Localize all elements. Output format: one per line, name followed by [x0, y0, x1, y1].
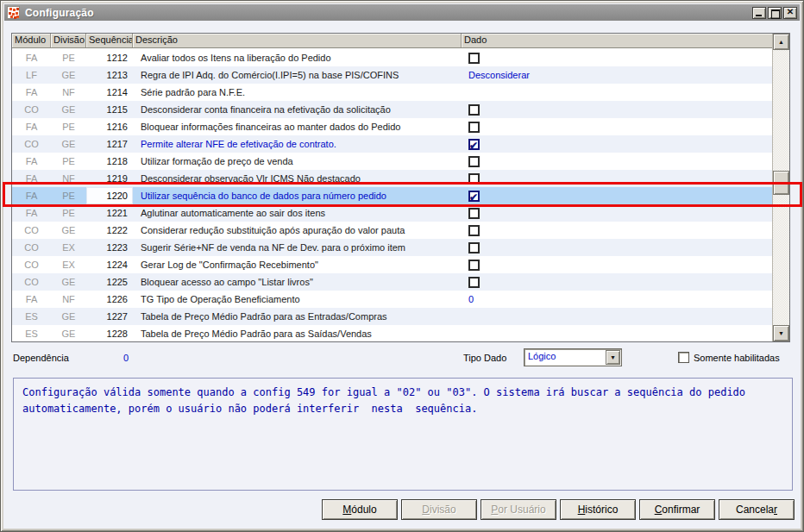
cell-descricao: Avaliar todos os Itens na liberação do P…	[133, 49, 464, 66]
cell-dado	[464, 135, 772, 153]
cell-descricao: Utilizar sequência do banco de dados par…	[133, 187, 464, 204]
dado-checkbox-unchecked[interactable]	[468, 53, 480, 64]
dado-checkbox-unchecked[interactable]	[468, 173, 480, 185]
cell-divisao: GE	[51, 308, 86, 325]
dependencia-value: 0	[123, 353, 129, 363]
cell-sequencia: 1215	[86, 101, 133, 118]
maximize-icon[interactable]	[768, 7, 782, 19]
dado-checkbox-unchecked[interactable]	[468, 104, 480, 116]
table-row[interactable]: COGE1215Desconsiderar conta financeira n…	[12, 101, 772, 118]
table-row[interactable]: COGE1225Bloquear acesso ao campo "Listar…	[12, 273, 772, 291]
cell-divisao: PE	[51, 118, 86, 135]
cell-descricao: Tabela de Preço Médio Padrão para as Saí…	[133, 325, 464, 341]
column-header-descricao[interactable]: Descrição	[133, 34, 462, 47]
cell-modulo: CO	[12, 222, 51, 239]
cell-modulo: CO	[12, 135, 51, 153]
cell-divisao: GE	[51, 66, 86, 84]
dado-value[interactable]: Desconsiderar	[468, 66, 530, 84]
table-row[interactable]: FANF1214Série padrão para N.F.E.	[12, 84, 772, 101]
column-header-dado[interactable]: Dado	[462, 34, 772, 47]
table-row[interactable]: COGE1222Considerar redução substituição …	[12, 222, 772, 239]
vertical-scrollbar[interactable]: ▲ ▼	[772, 34, 789, 341]
cell-modulo: ES	[12, 308, 51, 325]
cell-descricao: Bloquear acesso ao campo "Listar livros"	[133, 273, 464, 291]
table-row[interactable]: FAPE1216Bloquear informações financeiras…	[12, 118, 772, 135]
dado-checkbox-unchecked[interactable]	[468, 277, 480, 288]
tipo-dado-select[interactable]: Lógico ▼	[524, 348, 622, 366]
dado-checkbox-checked[interactable]	[468, 139, 480, 150]
scroll-thumb[interactable]	[773, 171, 789, 195]
confirmar-button[interactable]: Confirmar	[639, 499, 715, 520]
minimize-icon[interactable]	[752, 7, 766, 19]
cell-divisao: PE	[51, 49, 86, 66]
cell-modulo: FA	[12, 204, 51, 222]
cell-divisao: NF	[51, 291, 86, 308]
cell-descricao: Bloquear informações financeiras ao mant…	[133, 118, 464, 135]
table-row[interactable]: FANF1219Desconsiderar observação Vlr ICM…	[12, 170, 772, 187]
dado-checkbox-unchecked[interactable]	[468, 122, 480, 133]
table-row[interactable]: FAPE1212Avaliar todos os Itens na libera…	[12, 49, 772, 66]
sequencia-edit-field[interactable]: 1220	[86, 187, 133, 204]
cell-sequencia: 1228	[86, 325, 133, 341]
dado-checkbox-unchecked[interactable]	[468, 156, 480, 167]
cell-dado	[464, 153, 772, 170]
table-row[interactable]: FAPE1220Utilizar sequência do banco de d…	[12, 187, 772, 204]
cell-descricao: Considerar redução substituição após apu…	[133, 222, 464, 239]
cell-modulo: CO	[12, 101, 51, 118]
cell-modulo: LF	[12, 66, 51, 84]
cell-descricao: Série padrão para N.F.E.	[133, 84, 464, 101]
cell-descricao: Gerar Log de "Confirmação Recebimento"	[133, 256, 464, 273]
close-icon[interactable]	[783, 7, 797, 19]
table-row[interactable]: ESGE1227Tabela de Preço Médio Padrão par…	[12, 308, 772, 325]
cell-descricao: Desconsiderar observação Vlr ICMS Não de…	[133, 170, 464, 187]
table-row[interactable]: ESGE1228Tabela de Preço Médio Padrão par…	[12, 325, 772, 341]
historico-button[interactable]: Histórico	[560, 499, 636, 520]
cell-modulo: CO	[12, 239, 51, 256]
window-title: Configuração	[25, 7, 94, 19]
dado-checkbox-unchecked[interactable]	[468, 242, 480, 253]
column-header-modulo[interactable]: Módulo	[12, 34, 51, 47]
table-row[interactable]: COEX1223Sugerir Série+NF de venda na NF …	[12, 239, 772, 256]
cell-divisao: PE	[51, 153, 86, 170]
cell-sequencia: 1220	[86, 187, 133, 204]
cell-modulo: ES	[12, 325, 51, 341]
column-header-sequencia[interactable]: Sequência	[86, 34, 133, 47]
cell-divisao: GE	[51, 101, 86, 118]
table-row[interactable]: COGE1217Permite alterar NFE de efetivaçã…	[12, 135, 772, 153]
dependencia-label: Dependência	[13, 353, 69, 363]
title-bar[interactable]: Configuração	[4, 4, 800, 21]
somente-habilitadas-checkbox[interactable]	[678, 352, 689, 363]
cancelar-button[interactable]: Cancelar	[719, 499, 795, 520]
dado-checkbox-unchecked[interactable]	[468, 208, 480, 219]
chevron-down-icon[interactable]: ▼	[606, 350, 620, 365]
table-row[interactable]: COEX1224Gerar Log de "Confirmação Recebi…	[12, 256, 772, 273]
config-description-memo: Configuração válida somente quando a con…	[13, 378, 793, 491]
dado-value[interactable]: 0	[468, 291, 474, 308]
scroll-up-icon[interactable]: ▲	[773, 34, 789, 50]
column-header-divisao[interactable]: Divisão	[51, 34, 86, 47]
cell-sequencia: 1219	[86, 170, 133, 187]
modulo-button[interactable]: Módulo	[322, 499, 398, 520]
dado-checkbox-unchecked[interactable]	[468, 225, 480, 236]
cell-descricao: Tabela de Preço Médio Padrão para as Ent…	[133, 308, 464, 325]
cell-dado	[464, 256, 772, 273]
cell-dado	[464, 222, 772, 239]
dado-checkbox-unchecked[interactable]	[468, 260, 480, 271]
cell-sequencia: 1222	[86, 222, 133, 239]
por-usuario-button[interactable]: Por Usuário	[481, 499, 556, 520]
cell-modulo: FA	[12, 49, 51, 66]
table-row[interactable]: FAPE1218Utilizar formação de preço de ve…	[12, 153, 772, 170]
grid-header-row: Módulo Divisão Sequência Descrição Dado	[12, 34, 772, 48]
dado-checkbox-checked[interactable]	[468, 191, 480, 202]
table-row[interactable]: FAPE1221Aglutinar automaticamente ao sai…	[12, 204, 772, 222]
cell-modulo: FA	[12, 187, 51, 204]
cell-divisao: PE	[51, 187, 86, 204]
table-row[interactable]: FANF1226TG Tipo de Operação Beneficiamen…	[12, 291, 772, 308]
divisao-button[interactable]: Divisão	[401, 499, 477, 520]
cell-sequencia: 1227	[86, 308, 133, 325]
app-icon	[7, 6, 20, 19]
table-row[interactable]: LFGE1213Regra de IPI Adq. do Comércio(I.…	[12, 66, 772, 84]
cell-modulo: FA	[12, 170, 51, 187]
somente-habilitadas-label: Somente habilitadas	[694, 353, 780, 363]
scroll-down-icon[interactable]: ▼	[773, 325, 789, 341]
